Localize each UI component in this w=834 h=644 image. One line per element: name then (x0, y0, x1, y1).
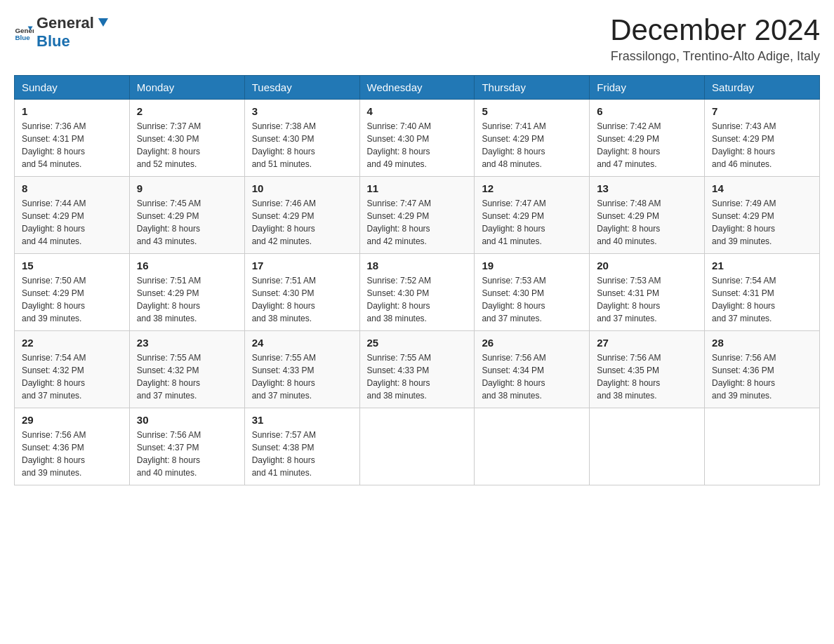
day-info: Sunrise: 7:56 AMSunset: 4:36 PMDaylight:… (712, 351, 812, 402)
calendar-cell: 2Sunrise: 7:37 AMSunset: 4:30 PMDaylight… (129, 100, 244, 177)
day-header-thursday: Thursday (475, 76, 590, 100)
day-number: 11 (367, 182, 468, 194)
day-info: Sunrise: 7:45 AMSunset: 4:29 PMDaylight:… (137, 197, 237, 248)
day-number: 21 (712, 260, 812, 271)
calendar-cell: 20Sunrise: 7:53 AMSunset: 4:31 PMDayligh… (590, 254, 705, 331)
day-info: Sunrise: 7:41 AMSunset: 4:29 PMDaylight:… (482, 120, 582, 170)
day-info: Sunrise: 7:40 AMSunset: 4:30 PMDaylight:… (367, 120, 468, 170)
calendar-cell: 8Sunrise: 7:44 AMSunset: 4:29 PMDaylight… (15, 177, 130, 254)
calendar-cell: 9Sunrise: 7:45 AMSunset: 4:29 PMDaylight… (129, 177, 244, 254)
calendar-table: SundayMondayTuesdayWednesdayThursdayFrid… (14, 75, 820, 485)
calendar-cell: 6Sunrise: 7:42 AMSunset: 4:29 PMDaylight… (590, 100, 705, 177)
logo: General Blue General Blue (14, 14, 111, 51)
day-number: 1 (22, 105, 122, 117)
day-info: Sunrise: 7:44 AMSunset: 4:29 PMDaylight:… (22, 197, 122, 248)
logo-triangle-icon (95, 15, 111, 31)
day-info: Sunrise: 7:56 AMSunset: 4:34 PMDaylight:… (482, 351, 582, 402)
day-number: 26 (482, 337, 582, 349)
calendar-cell: 1Sunrise: 7:36 AMSunset: 4:31 PMDaylight… (15, 100, 130, 177)
day-info: Sunrise: 7:49 AMSunset: 4:29 PMDaylight:… (712, 197, 812, 248)
week-row-4: 22Sunrise: 7:54 AMSunset: 4:32 PMDayligh… (15, 331, 820, 408)
day-number: 27 (597, 337, 697, 349)
day-info: Sunrise: 7:55 AMSunset: 4:33 PMDaylight:… (367, 351, 468, 402)
calendar-cell: 4Sunrise: 7:40 AMSunset: 4:30 PMDaylight… (359, 100, 475, 177)
week-row-5: 29Sunrise: 7:56 AMSunset: 4:36 PMDayligh… (15, 408, 820, 485)
day-number: 23 (137, 337, 237, 349)
day-info: Sunrise: 7:53 AMSunset: 4:31 PMDaylight:… (597, 274, 697, 325)
day-info: Sunrise: 7:52 AMSunset: 4:30 PMDaylight:… (367, 274, 468, 325)
logo-blue-text: Blue (37, 32, 70, 50)
page-header: General Blue General Blue December 2024 … (14, 14, 820, 64)
day-info: Sunrise: 7:54 AMSunset: 4:31 PMDaylight:… (712, 274, 812, 325)
calendar-cell (705, 408, 820, 485)
day-info: Sunrise: 7:55 AMSunset: 4:32 PMDaylight:… (137, 351, 237, 402)
day-info: Sunrise: 7:55 AMSunset: 4:33 PMDaylight:… (252, 351, 352, 402)
day-number: 7 (712, 105, 812, 117)
calendar-cell: 30Sunrise: 7:56 AMSunset: 4:37 PMDayligh… (129, 408, 244, 485)
day-number: 31 (252, 414, 352, 426)
calendar-cell: 26Sunrise: 7:56 AMSunset: 4:34 PMDayligh… (475, 331, 590, 408)
calendar-cell: 5Sunrise: 7:41 AMSunset: 4:29 PMDaylight… (475, 100, 590, 177)
calendar-header-row: SundayMondayTuesdayWednesdayThursdayFrid… (15, 76, 820, 100)
day-info: Sunrise: 7:36 AMSunset: 4:31 PMDaylight:… (22, 120, 122, 170)
logo-general-text: General (37, 14, 94, 32)
day-info: Sunrise: 7:53 AMSunset: 4:30 PMDaylight:… (482, 274, 582, 325)
day-number: 5 (482, 105, 582, 117)
day-info: Sunrise: 7:56 AMSunset: 4:36 PMDaylight:… (22, 429, 122, 479)
day-number: 25 (367, 337, 468, 349)
calendar-cell: 16Sunrise: 7:51 AMSunset: 4:29 PMDayligh… (129, 254, 244, 331)
calendar-cell: 19Sunrise: 7:53 AMSunset: 4:30 PMDayligh… (475, 254, 590, 331)
day-header-sunday: Sunday (15, 76, 130, 100)
day-number: 6 (597, 105, 697, 117)
title-section: December 2024 Frassilongo, Trentino-Alto… (610, 14, 820, 64)
calendar-cell: 18Sunrise: 7:52 AMSunset: 4:30 PMDayligh… (359, 254, 475, 331)
calendar-cell: 23Sunrise: 7:55 AMSunset: 4:32 PMDayligh… (129, 331, 244, 408)
day-header-saturday: Saturday (705, 76, 820, 100)
day-header-wednesday: Wednesday (359, 76, 475, 100)
calendar-cell: 3Sunrise: 7:38 AMSunset: 4:30 PMDaylight… (244, 100, 359, 177)
day-number: 22 (22, 337, 122, 349)
calendar-cell: 31Sunrise: 7:57 AMSunset: 4:38 PMDayligh… (244, 408, 359, 485)
day-number: 15 (22, 260, 122, 271)
day-number: 2 (137, 105, 237, 117)
day-info: Sunrise: 7:51 AMSunset: 4:30 PMDaylight:… (252, 274, 352, 325)
day-info: Sunrise: 7:42 AMSunset: 4:29 PMDaylight:… (597, 120, 697, 170)
day-info: Sunrise: 7:47 AMSunset: 4:29 PMDaylight:… (482, 197, 582, 248)
month-title: December 2024 (610, 14, 820, 46)
day-info: Sunrise: 7:38 AMSunset: 4:30 PMDaylight:… (252, 120, 352, 170)
day-number: 18 (367, 260, 468, 271)
day-number: 13 (597, 182, 697, 194)
calendar-cell: 13Sunrise: 7:48 AMSunset: 4:29 PMDayligh… (590, 177, 705, 254)
day-header-friday: Friday (590, 76, 705, 100)
day-number: 3 (252, 105, 352, 117)
calendar-cell: 21Sunrise: 7:54 AMSunset: 4:31 PMDayligh… (705, 254, 820, 331)
day-number: 24 (252, 337, 352, 349)
calendar-cell: 11Sunrise: 7:47 AMSunset: 4:29 PMDayligh… (359, 177, 475, 254)
day-header-monday: Monday (129, 76, 244, 100)
calendar-cell: 29Sunrise: 7:56 AMSunset: 4:36 PMDayligh… (15, 408, 130, 485)
calendar-cell (359, 408, 475, 485)
day-info: Sunrise: 7:43 AMSunset: 4:29 PMDaylight:… (712, 120, 812, 170)
calendar-cell: 22Sunrise: 7:54 AMSunset: 4:32 PMDayligh… (15, 331, 130, 408)
calendar-cell: 24Sunrise: 7:55 AMSunset: 4:33 PMDayligh… (244, 331, 359, 408)
week-row-3: 15Sunrise: 7:50 AMSunset: 4:29 PMDayligh… (15, 254, 820, 331)
svg-text:Blue: Blue (15, 34, 30, 41)
calendar-cell: 25Sunrise: 7:55 AMSunset: 4:33 PMDayligh… (359, 331, 475, 408)
day-number: 19 (482, 260, 582, 271)
day-info: Sunrise: 7:50 AMSunset: 4:29 PMDaylight:… (22, 274, 122, 325)
day-info: Sunrise: 7:37 AMSunset: 4:30 PMDaylight:… (137, 120, 237, 170)
day-info: Sunrise: 7:56 AMSunset: 4:37 PMDaylight:… (137, 429, 237, 479)
calendar-cell (590, 408, 705, 485)
svg-marker-3 (98, 18, 108, 27)
day-number: 4 (367, 105, 468, 117)
day-number: 10 (252, 182, 352, 194)
calendar-cell: 10Sunrise: 7:46 AMSunset: 4:29 PMDayligh… (244, 177, 359, 254)
day-number: 17 (252, 260, 352, 271)
day-info: Sunrise: 7:56 AMSunset: 4:35 PMDaylight:… (597, 351, 697, 402)
location-text: Frassilongo, Trentino-Alto Adige, Italy (610, 49, 820, 64)
day-number: 29 (22, 414, 122, 426)
day-info: Sunrise: 7:47 AMSunset: 4:29 PMDaylight:… (367, 197, 468, 248)
day-number: 12 (482, 182, 582, 194)
day-number: 9 (137, 182, 237, 194)
calendar-cell: 7Sunrise: 7:43 AMSunset: 4:29 PMDaylight… (705, 100, 820, 177)
